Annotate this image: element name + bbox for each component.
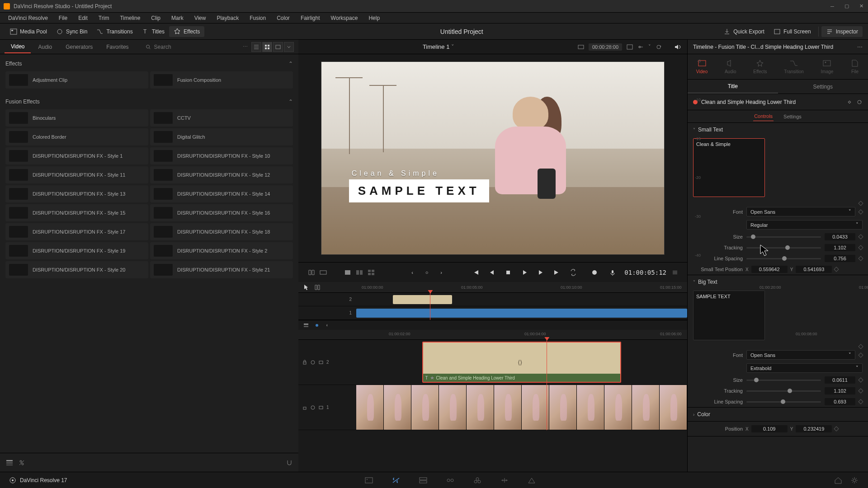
keyframe-icon[interactable] <box>858 377 863 382</box>
line-spacing-slider[interactable] <box>746 258 821 259</box>
effect-item[interactable]: DISRUPTION/DISRUPTION FX - Style 21 <box>150 261 293 278</box>
view-grid-icon[interactable] <box>367 268 375 277</box>
font-select[interactable]: Open Sans˅ <box>746 207 855 216</box>
view-dropdown-button[interactable] <box>284 42 294 52</box>
menu-icon[interactable] <box>672 269 678 276</box>
line-spacing-slider[interactable] <box>746 401 821 403</box>
tab-audio[interactable]: Audio <box>32 41 58 53</box>
loop-icon[interactable] <box>656 44 662 50</box>
inspector-tab-image[interactable]: Image <box>821 59 834 74</box>
fusion-page-icon[interactable] <box>446 476 455 484</box>
size-slider[interactable] <box>746 380 821 381</box>
timecode-display[interactable]: 01:00:05:12 <box>624 269 666 276</box>
keyframe-icon[interactable] <box>834 426 839 431</box>
mic-button[interactable] <box>606 266 619 279</box>
timeline-view-icon[interactable] <box>314 322 320 328</box>
timeline-selector[interactable]: Timeline 1 ˅ <box>423 43 454 50</box>
menu-view[interactable]: View <box>190 14 211 22</box>
subtab-settings[interactable]: Settings <box>778 80 868 94</box>
menu-workspace[interactable]: Workspace <box>326 14 363 22</box>
effect-item[interactable]: DISRUPTION/DISRUPTION FX - Style 14 <box>150 185 293 202</box>
effect-item[interactable]: Adjustment Clip <box>5 71 148 89</box>
font-weight-select[interactable]: Extrabold˅ <box>746 363 863 373</box>
menu-playback[interactable]: Playback <box>212 14 243 22</box>
effect-item[interactable]: DISRUPTION/DISRUPTION FX - Style 15 <box>5 204 148 221</box>
size-slider[interactable] <box>746 236 821 238</box>
keyframe-icon[interactable] <box>834 267 839 272</box>
effect-item[interactable]: DISRUPTION/DISRUPTION FX - Style 20 <box>5 261 148 278</box>
full-screen-button[interactable]: Full Screen <box>769 26 816 37</box>
pos-x-value[interactable] <box>751 266 788 273</box>
last-frame-button[interactable] <box>551 266 563 279</box>
inspector-button[interactable]: Inspector <box>821 26 863 37</box>
next-frame-button[interactable] <box>534 266 547 279</box>
view-single-icon[interactable] <box>344 268 352 277</box>
close-button[interactable]: ✕ <box>858 3 864 9</box>
minimize-button[interactable]: ─ <box>829 3 835 9</box>
menu-clip[interactable]: Clip <box>146 14 165 22</box>
view-thumb-button[interactable] <box>273 42 283 52</box>
track-monitor-icon[interactable] <box>318 360 324 365</box>
lock-icon[interactable] <box>302 405 307 410</box>
stop-button[interactable] <box>502 266 514 279</box>
view-list-button[interactable] <box>251 42 261 52</box>
collapse-icon[interactable]: ⌃ <box>288 99 293 105</box>
keyframe-icon[interactable] <box>858 256 863 261</box>
timeline-clip[interactable] <box>393 295 453 304</box>
tracking-value[interactable] <box>825 244 855 251</box>
tracking-slider[interactable] <box>746 247 821 249</box>
keyframe-icon[interactable] <box>858 352 863 357</box>
menu-file[interactable]: File <box>54 14 72 22</box>
effect-item[interactable]: DISRUPTION/DISRUPTION FX - Style 19 <box>5 242 148 259</box>
lower-third-small-text[interactable]: Clean & Simple <box>349 169 489 178</box>
color-page-icon[interactable] <box>473 476 482 484</box>
play-button[interactable] <box>518 266 531 279</box>
lock-icon[interactable] <box>302 360 307 365</box>
tracking-slider[interactable] <box>746 390 821 392</box>
search-input[interactable] <box>154 44 239 50</box>
keyframe-icon[interactable] <box>858 245 863 250</box>
subtab-title[interactable]: Title <box>688 80 778 94</box>
prev-marker-button[interactable]: ‹ <box>406 266 419 279</box>
big-text-input[interactable] <box>693 291 765 340</box>
pos-y-value[interactable] <box>796 425 832 432</box>
menu-fusion[interactable]: Fusion <box>245 14 270 22</box>
menu-mark[interactable]: Mark <box>167 14 188 22</box>
arrow-tool-icon[interactable] <box>303 284 310 291</box>
effect-item[interactable]: CCTV <box>150 109 293 127</box>
effect-item[interactable]: DISRUPTION/DISRUPTION FX - Style 11 <box>5 166 148 183</box>
options-icon[interactable]: ⋯ <box>240 44 250 50</box>
small-text-input[interactable] <box>693 138 765 197</box>
pos-x-value[interactable] <box>751 425 788 432</box>
effects-button[interactable]: Effects <box>169 26 204 37</box>
dropdown-icon[interactable]: ˅ <box>648 44 651 50</box>
menu-timeline[interactable]: Timeline <box>115 14 145 22</box>
bypass-icon[interactable] <box>637 44 644 50</box>
overwrite-icon[interactable] <box>319 268 327 277</box>
razor-icon[interactable] <box>18 459 25 466</box>
transitions-button[interactable]: Transitions <box>92 26 137 37</box>
inspector-tab-file[interactable]: File <box>850 59 859 74</box>
collapse-icon[interactable]: ⌃ <box>288 61 293 67</box>
cut-page-icon[interactable] <box>392 476 401 484</box>
ctrl-tab-settings[interactable]: Settings <box>783 112 802 121</box>
video-clip[interactable] <box>356 385 687 430</box>
film-icon[interactable] <box>578 44 584 50</box>
stacked-icon[interactable] <box>303 322 309 328</box>
clip-center-handle[interactable]: ⟨⟩ <box>518 359 522 366</box>
font-select[interactable]: Open Sans˅ <box>746 350 855 360</box>
pos-y-value[interactable] <box>796 266 832 273</box>
expand-icon[interactable]: ⋯ <box>857 44 863 50</box>
tab-video[interactable]: Video <box>5 41 31 53</box>
keyframe-icon[interactable] <box>858 399 863 404</box>
title-clip[interactable]: ⟨⟩ T Clean and Simple Heading Lower Thir… <box>422 342 621 383</box>
settings-icon[interactable] <box>850 476 859 484</box>
media-page-icon[interactable] <box>364 476 373 484</box>
media-pool-button[interactable]: Media Pool <box>5 26 52 37</box>
effect-item[interactable]: DISRUPTION/DISRUPTION FX - Style 17 <box>5 223 148 240</box>
track-enable-icon[interactable] <box>310 405 316 410</box>
deliver-page-icon[interactable] <box>527 476 536 484</box>
titles-button[interactable]: TTitles <box>137 26 169 37</box>
home-icon[interactable] <box>834 476 843 484</box>
inspector-tab-effects[interactable]: Effects <box>753 59 767 74</box>
